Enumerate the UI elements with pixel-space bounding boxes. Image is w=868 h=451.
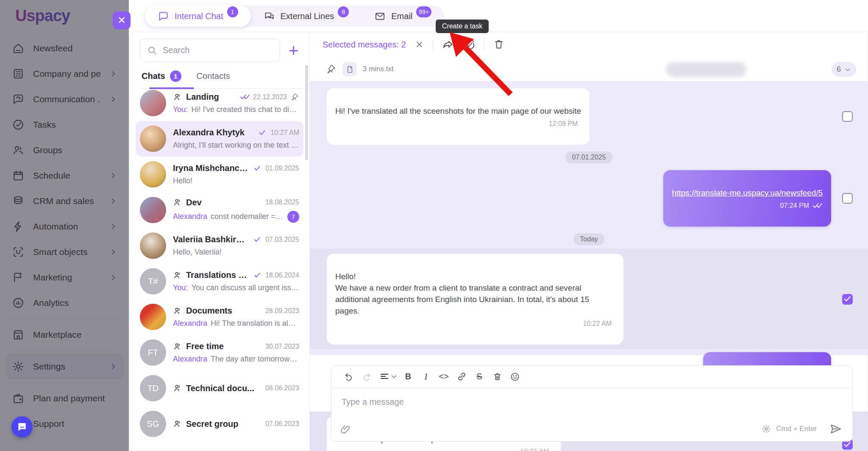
chat-list-item[interactable]: T# Translations #2. 18.06.2024 You: You … (136, 263, 303, 299)
last-message-preview: Hello! (173, 176, 299, 185)
chat-name: Iryna Mishchanch... (173, 163, 248, 173)
emoji-button[interactable] (506, 370, 524, 383)
chats-unread-badge: 1 (170, 70, 181, 82)
tab-label: Contacts (197, 71, 230, 81)
message-text: Hi! I've translated all the sceenshots f… (335, 106, 581, 115)
last-message-sender: You: (173, 283, 188, 292)
chat-main: Selected messages: 2 ✕ 3 mins.txt (310, 32, 868, 451)
close-icon: ✕ (117, 14, 126, 26)
send-shortcut-label: Cmd + Enter (776, 425, 817, 433)
last-message-preview: The day after tomorrow is ... (211, 355, 299, 364)
last-message-preview: You can discuss all urgent issue... (191, 283, 299, 292)
message-row: https://translate-me.uspacy.ua/newsfeed/… (310, 167, 868, 230)
external-lines-icon (264, 11, 275, 22)
toolbar-divider (433, 39, 433, 50)
chat-list-item[interactable]: Valeriia Bashkirova 07.03.2025 Hello, Va… (136, 228, 303, 263)
group-icon (173, 306, 182, 316)
avatar: SG (140, 411, 166, 437)
chat-list-item[interactable]: TD Technical docu... 08.06.2023 (136, 370, 303, 406)
undo-button[interactable] (340, 370, 358, 383)
chat-list-scrollbar[interactable] (305, 65, 308, 160)
group-icon (173, 271, 182, 280)
message-bubble[interactable]: https://translate-me.uspacy.ua/newsfeed/… (663, 170, 831, 227)
search-input[interactable]: Search (140, 39, 280, 62)
align-chevron-icon[interactable] (388, 370, 399, 383)
group-icon (173, 419, 182, 429)
search-icon (147, 45, 157, 56)
last-message-preview: const nodemailer = re... (211, 212, 284, 221)
unread-badge: 7 (287, 211, 299, 223)
last-message-preview: Alright, I'll start working on the text … (173, 141, 299, 150)
message-bubble[interactable]: Hello! We have a new order from a client… (327, 254, 623, 345)
chat-date: 18.08.2025 (265, 199, 299, 206)
delete-messages-button[interactable] (493, 38, 506, 51)
message-select-checkbox[interactable] (842, 294, 853, 305)
tab-badge: 99+ (416, 6, 431, 17)
read-ticks-icon (252, 272, 262, 278)
chat-name: Free time (186, 342, 224, 351)
message-row: Hi! I've translated all the sceenshots f… (310, 85, 868, 148)
pin-icon (325, 64, 337, 75)
composer-toolbar: B I <> S (331, 366, 852, 388)
chevron-down-icon (844, 66, 851, 73)
support-chat-widget-button[interactable] (11, 416, 33, 437)
chat-list-item[interactable]: FT Free time 30.07.2023 Alexandra The da… (136, 335, 303, 370)
chat-list-item[interactable]: Iryna Mishchanch... 01.09.2025 Hello! (136, 157, 303, 192)
message-select-checkbox[interactable] (842, 193, 853, 204)
tab-email[interactable]: Email 99+ (362, 6, 444, 27)
tab-external-lines[interactable]: External Lines 8 (251, 6, 362, 27)
send-settings-gear-icon[interactable] (762, 424, 771, 434)
message-select-checkbox[interactable] (842, 111, 853, 122)
italic-button[interactable]: I (417, 370, 435, 383)
search-placeholder: Search (163, 45, 189, 55)
pin-icon (290, 92, 299, 102)
pinned-file-name: 3 mins.txt (363, 65, 394, 73)
new-chat-button[interactable]: + (287, 42, 300, 59)
code-button[interactable]: <> (435, 370, 453, 383)
message-bubble[interactable]: Hi! I've translated all the sceenshots f… (327, 88, 590, 145)
chat-date: 22.12.2023 (253, 93, 287, 101)
attach-file-button[interactable] (339, 423, 352, 435)
tab-internal-chat[interactable]: Internal Chat 1 (145, 6, 251, 27)
strikethrough-button[interactable]: S (470, 370, 488, 383)
clear-formatting-button[interactable] (488, 370, 506, 383)
tab-contacts[interactable]: Contacts (197, 70, 230, 82)
chat-list-item[interactable]: Landing 22.12.2023 You: Hi! I've created… (136, 85, 303, 121)
redo-button[interactable] (358, 370, 376, 383)
close-panel-button[interactable]: ✕ (113, 11, 131, 29)
chat-list-item[interactable]: Dev 18.08.2025 Alexandra const nodemaile… (136, 192, 303, 228)
forward-button[interactable] (442, 38, 454, 51)
chat-list-item[interactable]: SG Secret group 07.06.2023 (136, 406, 303, 442)
chat-list-item[interactable]: Alexandra Khytyk 10:27 AM Alright, I'll … (136, 121, 303, 157)
create-task-button[interactable] (463, 38, 476, 51)
message-time: 10:26 AM (520, 446, 549, 451)
chat-widget-icon (17, 421, 28, 432)
avatar (140, 197, 166, 223)
tab-chats[interactable]: Chats 1 (142, 70, 181, 82)
clear-selection-button[interactable]: ✕ (415, 39, 424, 50)
group-icon (173, 92, 182, 102)
group-icon (173, 198, 182, 207)
sidebar-dim-overlay (0, 0, 129, 451)
chat-name: Technical docu... (186, 384, 254, 393)
avatar (140, 126, 166, 152)
chat-name: Dev (186, 198, 202, 207)
pinned-count-pill[interactable]: 6 (832, 62, 856, 77)
message-link[interactable]: https://translate-me.uspacy.ua/newsfeed/… (672, 188, 823, 197)
last-message-sender: Alexandra (173, 319, 207, 328)
selected-messages-label: Selected messages: 2 (323, 40, 406, 50)
avatar (140, 161, 166, 188)
bold-button[interactable]: B (399, 370, 417, 383)
chat-name: Alexandra Khytyk (173, 128, 245, 137)
chat-date: 18.06.2024 (265, 272, 299, 279)
delivery-ticks-icon (812, 202, 823, 209)
pinned-message-bar[interactable]: 3 mins.txt 6 (310, 57, 868, 81)
link-button[interactable] (453, 370, 470, 383)
tab-label: Internal Chat (175, 11, 223, 21)
message-time: 07:24 PM (780, 200, 809, 211)
last-message-sender: You: (173, 105, 188, 114)
message-input[interactable]: Type a message (331, 388, 852, 416)
chat-date: 30.07.2023 (265, 343, 299, 350)
send-button[interactable] (829, 423, 842, 435)
chat-list-item[interactable]: Documents 28.09.2023 Alexandra Hi! The t… (136, 299, 303, 335)
